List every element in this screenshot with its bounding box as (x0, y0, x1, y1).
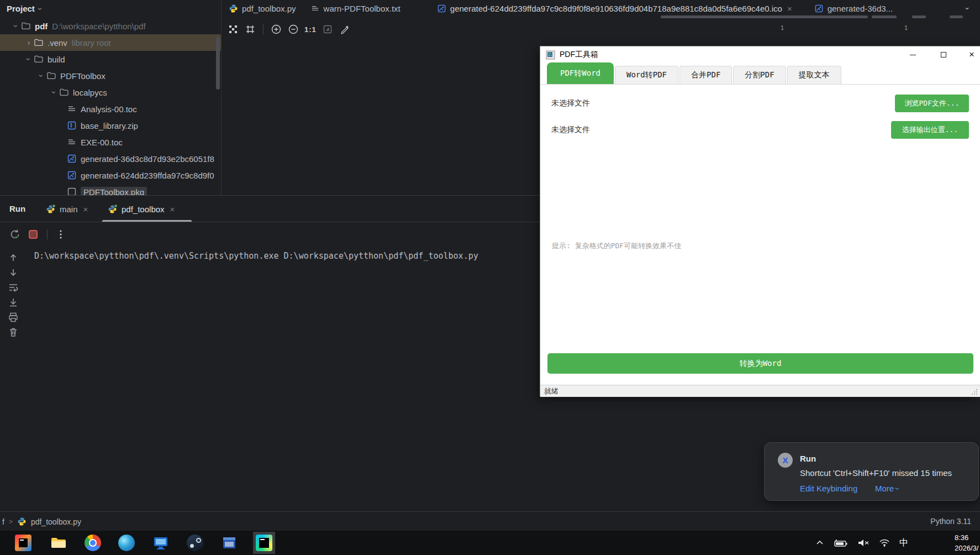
edit-pencil-icon[interactable] (339, 23, 351, 35)
more-options-kebab-icon[interactable] (56, 229, 66, 240)
breadcrumb-separator: > (9, 518, 13, 526)
python-interpreter-widget[interactable]: Python 3.11 (930, 512, 971, 531)
taskbar-edge-icon[interactable] (118, 535, 135, 551)
window-title: PDF工具箱 (560, 50, 598, 60)
image-file-icon (437, 4, 446, 13)
project-panel-header[interactable]: Project› (0, 0, 221, 18)
run-panel-title[interactable]: Run (9, 196, 25, 222)
tray-expand-chevron-icon[interactable] (815, 538, 824, 547)
run-tab-main[interactable]: main × (46, 196, 88, 222)
output-path-label: 未选择文件 (551, 125, 590, 135)
maximize-button[interactable] (931, 46, 956, 63)
zip-file-icon (67, 121, 77, 130)
prev-occurrence-up-icon[interactable] (8, 252, 19, 263)
zoom-out-icon[interactable] (287, 23, 299, 35)
choose-output-button[interactable]: 选择输出位置... (891, 121, 969, 139)
more-dropdown-link[interactable]: More› (875, 484, 899, 493)
tree-item-suffix: library root (72, 38, 111, 48)
next-occurrence-down-icon[interactable] (8, 267, 19, 278)
chevron-down-icon[interactable]: › (49, 88, 59, 97)
taskbar-pc-icon[interactable] (152, 535, 169, 551)
taskbar-pycharm-active-icon[interactable] (253, 532, 275, 554)
python-icon (17, 517, 27, 526)
taskbar-chrome-icon[interactable] (85, 535, 101, 551)
wifi-icon[interactable] (879, 538, 890, 547)
tree-row-generated-624d[interactable]: generated-624dd239ffda97c9c8d9f0 (0, 167, 221, 184)
tree-row-exe-toc[interactable]: EXE-00.toc (0, 134, 221, 150)
actual-size-button[interactable]: 1:1 (304, 25, 317, 34)
pixel-grid-icon[interactable] (227, 23, 239, 35)
tree-row-localpycs[interactable]: › localpycs (0, 84, 221, 101)
tree-item-label: PDFToolbox.pkg (81, 187, 147, 196)
soft-wrap-icon[interactable] (8, 282, 19, 293)
close-icon[interactable]: × (83, 205, 88, 214)
taskbar-explorer-icon[interactable] (50, 535, 66, 551)
tree-item-label: EXE-00.toc (81, 138, 123, 147)
zoom-in-icon[interactable] (270, 23, 282, 35)
ime-language-indicator[interactable]: 中 (899, 537, 908, 549)
project-tool-window: Project› › pdf D:\workspace\pytthon\pdf … (0, 0, 221, 195)
close-icon[interactable]: × (170, 205, 175, 214)
shortcut-notification-toast: X Run Shortcut 'Ctrl+Shift+F10' missed 1… (764, 442, 979, 501)
stop-button[interactable] (28, 229, 39, 240)
tab-generated-36d3-partial[interactable]: generated-36d3... (807, 0, 900, 17)
clock-date: 2026/3/ (955, 543, 980, 553)
window-title-bar[interactable]: PDF工具箱 × (540, 46, 980, 63)
chevron-down-icon[interactable]: › (24, 55, 34, 64)
tree-row-venv[interactable]: › .venv library root (0, 34, 221, 51)
convert-to-word-button[interactable]: 转换为Word (547, 353, 973, 374)
tabbar-scrollbar-thumb[interactable] (661, 15, 868, 18)
tab-label: pdf_toolbox.py (242, 4, 296, 13)
tree-item-label: generated-36d3c8d7d93e2bc6051f8 (81, 154, 214, 164)
tab-split-pdf[interactable]: 分割PDF (733, 66, 786, 84)
print-icon[interactable] (8, 312, 19, 323)
tab-extract-text[interactable]: 提取文本 (787, 66, 841, 84)
project-scrollbar-thumb[interactable] (216, 36, 220, 90)
minimize-button[interactable] (900, 46, 925, 63)
chessboard-icon[interactable] (244, 23, 256, 35)
edit-keybinding-link[interactable]: Edit Keybinding (800, 484, 857, 493)
tab-pdf-to-word[interactable]: PDF转Word (547, 62, 614, 84)
tree-row-pdftoolbox[interactable]: › PDFToolbox (0, 67, 221, 84)
chevron-down-icon[interactable]: › (36, 71, 46, 80)
taskbar-app-window-icon[interactable] (221, 535, 238, 551)
taskbar-clock[interactable]: 8:36 2026/3/ (955, 532, 980, 554)
scroll-to-end-icon[interactable] (8, 297, 19, 308)
tab-word-to-pdf[interactable]: Word转PDF (615, 66, 678, 84)
tree-row-base-library-zip[interactable]: base_library.zip (0, 117, 221, 134)
status-text: 就绪 (544, 386, 559, 396)
notification-message: Shortcut 'Ctrl+Shift+F10' missed 15 time… (800, 468, 952, 478)
tab-label: warn-PDFToolbox.txt (324, 4, 401, 13)
resize-grip[interactable] (971, 388, 978, 396)
chevron-right-icon[interactable]: › (24, 38, 34, 47)
tree-row-analysis-toc[interactable]: Analysis-00.toc (0, 101, 221, 117)
breadcrumb-prefix: f (2, 517, 4, 526)
close-icon[interactable]: × (787, 4, 792, 13)
run-tab-pdf-toolbox[interactable]: pdf_toolbox × (108, 196, 175, 222)
tab-generated-ico[interactable]: generated-624dd239ffda97c9c8d9f0f8e91063… (430, 0, 799, 17)
screen-artifact: 1 (904, 24, 908, 31)
tabbar-scrollbar-fragment (872, 15, 897, 18)
close-button[interactable]: × (959, 46, 980, 63)
tree-row-generated-36d3[interactable]: generated-36d3c8d7d93e2bc6051f8 (0, 150, 221, 167)
browse-pdf-button[interactable]: 浏览PDF文件... (895, 95, 969, 112)
taskbar-steam-icon[interactable] (187, 535, 203, 551)
tree-row-pdf[interactable]: › pdf D:\workspace\pytthon\pdf (0, 18, 221, 34)
text-file-icon (310, 4, 320, 13)
chevron-down-icon[interactable]: › (11, 22, 21, 30)
chevron-down-icon: › (31, 8, 49, 11)
tab-merge-pdf[interactable]: 合并PDF (679, 66, 732, 84)
tab-warn-pdftoolbox-txt[interactable]: warn-PDFToolbox.txt (303, 0, 408, 17)
taskbar-idea-icon[interactable] (15, 535, 31, 551)
clear-all-trash-icon[interactable] (8, 327, 19, 338)
run-tab-label: main (60, 205, 78, 214)
tab-pdf-toolbox-py[interactable]: pdf_toolbox.py (222, 0, 303, 17)
tree-row-build[interactable]: › build (0, 51, 221, 67)
battery-icon[interactable] (834, 538, 848, 547)
status-breadcrumb[interactable]: f > pdf_toolbox.py (2, 512, 81, 531)
fit-zoom-icon[interactable] (322, 23, 334, 35)
rerun-button[interactable] (9, 228, 21, 240)
tree-row-pdftoolbox-pkg[interactable]: PDFToolbox.pkg (0, 184, 221, 195)
run-config-icon: X (778, 453, 793, 468)
volume-muted-icon[interactable] (857, 538, 870, 547)
